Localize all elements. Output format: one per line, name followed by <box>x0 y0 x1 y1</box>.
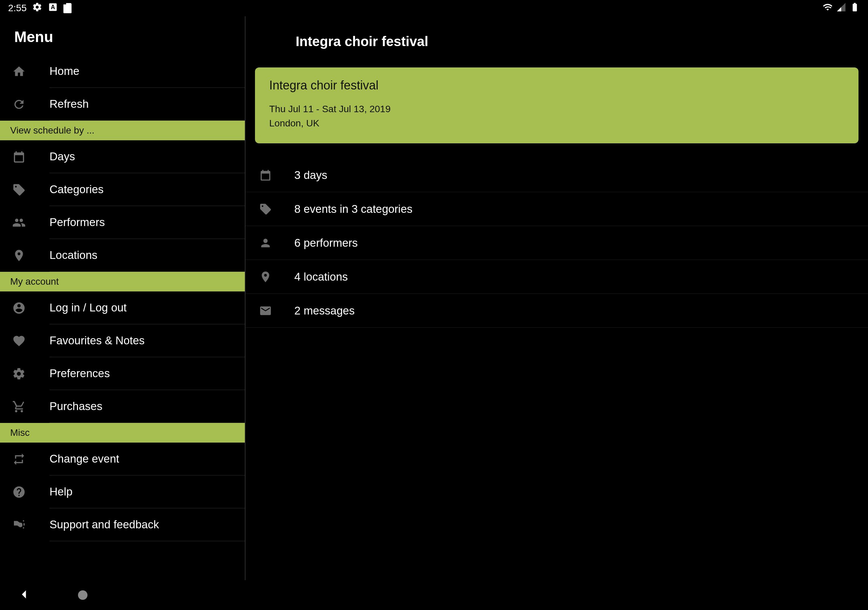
stat-row-days[interactable]: 3 days <box>245 158 868 192</box>
people-icon <box>11 216 50 229</box>
swap-icon <box>11 452 50 466</box>
stat-label: 4 locations <box>294 271 348 283</box>
stat-row-messages[interactable]: 2 messages <box>245 294 868 328</box>
gear-icon <box>11 367 50 381</box>
sidebar: Menu Home Refresh View schedule by ... D… <box>0 16 245 580</box>
sidebar-section-account: My account <box>0 272 245 291</box>
nav-back-button[interactable] <box>18 588 31 602</box>
status-time: 2:55 <box>8 3 27 14</box>
sidebar-item-label: Preferences <box>50 357 245 390</box>
tag-icon <box>11 183 50 197</box>
sidebar-item-days[interactable]: Days <box>0 140 245 173</box>
nav-home-button[interactable] <box>78 590 87 600</box>
location-icon <box>259 271 294 283</box>
sidebar-item-label: Categories <box>50 173 245 206</box>
sidebar-item-label: Help <box>50 475 245 508</box>
stat-row-performers[interactable]: 6 performers <box>245 226 868 260</box>
sidebar-item-label: Favourites & Notes <box>50 324 245 357</box>
sidebar-item-favourites[interactable]: Favourites & Notes <box>0 324 245 357</box>
sidebar-title: Menu <box>0 22 245 55</box>
help-icon <box>11 485 50 499</box>
sidebar-item-label: Support and feedback <box>50 508 245 541</box>
stat-label: 3 days <box>294 169 327 182</box>
tag-icon <box>259 203 294 215</box>
stat-label: 8 events in 3 categories <box>294 203 412 215</box>
sidebar-item-purchases[interactable]: Purchases <box>0 390 245 423</box>
cart-icon <box>11 400 50 413</box>
sidebar-item-home[interactable]: Home <box>0 55 245 88</box>
sidebar-item-label: Home <box>50 55 245 88</box>
megaphone-icon <box>11 518 50 532</box>
sidebar-item-label: Locations <box>50 239 245 272</box>
refresh-icon <box>11 98 50 111</box>
sidebar-item-performers[interactable]: Performers <box>0 206 245 239</box>
person-icon <box>259 237 294 249</box>
calendar-icon <box>259 169 294 182</box>
stat-label: 2 messages <box>294 304 355 317</box>
sidebar-item-preferences[interactable]: Preferences <box>0 357 245 390</box>
cell-signal-icon <box>836 2 846 15</box>
sidebar-item-label: Refresh <box>50 88 245 121</box>
sidebar-item-label: Performers <box>50 206 245 239</box>
account-icon <box>11 301 50 315</box>
android-navbar <box>0 580 868 610</box>
mail-icon <box>259 304 294 317</box>
sidebar-item-label: Change event <box>50 443 245 475</box>
location-icon <box>11 249 50 262</box>
sidebar-item-label: Days <box>50 140 245 173</box>
event-location: London, UK <box>269 116 844 130</box>
page-title: Integra choir festival <box>245 26 868 63</box>
home-icon <box>11 65 50 78</box>
battery-icon <box>850 2 860 15</box>
sidebar-item-help[interactable]: Help <box>0 475 245 508</box>
heart-icon <box>11 334 50 348</box>
stat-label: 6 performers <box>294 237 358 249</box>
sidebar-item-locations[interactable]: Locations <box>0 239 245 272</box>
status-bar: 2:55 A <box>0 0 868 16</box>
sidebar-item-label: Log in / Log out <box>50 291 245 324</box>
sidebar-item-refresh[interactable]: Refresh <box>0 88 245 121</box>
sidebar-section-misc: Misc <box>0 423 245 443</box>
settings-status-icon <box>32 2 42 15</box>
sidebar-item-categories[interactable]: Categories <box>0 173 245 206</box>
event-summary-card[interactable]: Integra choir festival Thu Jul 11 - Sat … <box>255 67 859 143</box>
calendar-icon <box>11 150 50 164</box>
font-status-icon: A <box>48 2 58 15</box>
svg-text:A: A <box>51 4 55 11</box>
sd-card-icon <box>64 3 71 13</box>
content: Integra choir festival Integra choir fes… <box>245 16 868 580</box>
event-dates: Thu Jul 11 - Sat Jul 13, 2019 <box>269 102 844 116</box>
event-name: Integra choir festival <box>269 78 844 93</box>
wifi-icon <box>823 2 833 15</box>
sidebar-item-support[interactable]: Support and feedback <box>0 508 245 541</box>
sidebar-item-label: Purchases <box>50 390 245 423</box>
stat-row-events[interactable]: 8 events in 3 categories <box>245 192 868 226</box>
sidebar-item-login[interactable]: Log in / Log out <box>0 291 245 324</box>
sidebar-section-schedule: View schedule by ... <box>0 121 245 140</box>
sidebar-item-change-event[interactable]: Change event <box>0 443 245 475</box>
stat-row-locations[interactable]: 4 locations <box>245 260 868 294</box>
